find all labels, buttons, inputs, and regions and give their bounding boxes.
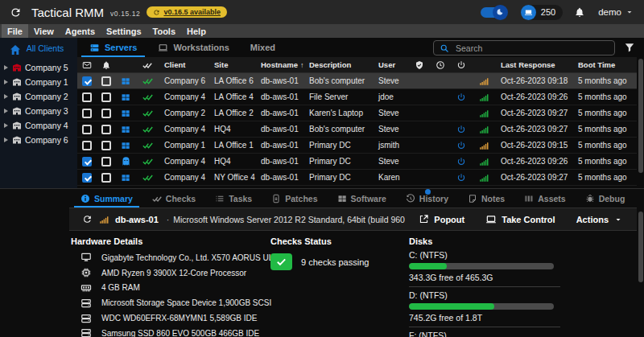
agent-row[interactable]: Company 1LA Office 1db-aws-01Primary DCj…	[77, 138, 637, 154]
text-alert-checkbox[interactable]	[101, 76, 111, 86]
sidebar-item-all-clients[interactable]: All Clients	[0, 42, 77, 60]
agent-row[interactable]: Company 2LA Office 2db-aws-01Karen's Lap…	[77, 105, 637, 121]
disk-usage-fill	[409, 263, 447, 269]
sidebar-item-company-1[interactable]: Company 1	[0, 75, 77, 89]
column-header-hostname[interactable]: Hostname↑	[256, 60, 304, 69]
popout-button[interactable]: Popout	[411, 214, 472, 224]
power-icon[interactable]	[456, 125, 466, 134]
disk-name: F: (NTFS)	[409, 331, 560, 337]
email-alert-checkbox[interactable]	[82, 92, 92, 102]
cell-agent-status	[472, 141, 496, 150]
agent-row[interactable]: Company 4HQ4db-aws-01Primary DCSteveOct-…	[77, 154, 637, 170]
text-alert-checkbox[interactable]	[101, 109, 111, 118]
expand-caret-icon[interactable]	[4, 80, 8, 84]
sidebar-item-company-6[interactable]: Company 6	[0, 133, 77, 147]
tab-mixed[interactable]: Mixed	[240, 38, 286, 57]
expand-caret-icon[interactable]	[4, 94, 8, 99]
menu-item-agents[interactable]: Agents	[60, 24, 101, 38]
text-alert-checkbox[interactable]	[101, 92, 111, 102]
tab-software[interactable]: Software	[328, 189, 396, 208]
column-header-double-check-icon[interactable]	[135, 60, 159, 70]
refresh-icon[interactable]	[10, 6, 22, 18]
cell-user: Karen	[374, 173, 409, 182]
tab-tasks[interactable]: Tasks	[205, 189, 262, 208]
text-alert-checkbox[interactable]	[101, 125, 111, 134]
expand-caret-icon[interactable]	[4, 138, 8, 142]
tab-audit[interactable]: Audit	[634, 189, 644, 208]
column-header-clock-icon[interactable]	[430, 60, 451, 70]
agent-row[interactable]: Company 4NY Office 4db-aws-01Primary DCK…	[77, 170, 637, 186]
power-icon[interactable]	[456, 157, 466, 166]
refresh-agent-icon[interactable]	[82, 214, 93, 224]
update-badge[interactable]: v0.16.5 available	[147, 6, 227, 18]
text-alert-checkbox[interactable]	[101, 157, 111, 166]
search-input[interactable]	[454, 43, 609, 54]
tab-checks[interactable]: Checks	[142, 189, 205, 208]
menu-item-file[interactable]: File	[2, 24, 28, 38]
column-header-description[interactable]: Description	[304, 60, 374, 69]
expand-caret-icon[interactable]	[4, 123, 8, 128]
tab-assets[interactable]: Assets	[514, 189, 575, 208]
client-list: Company 5Company 1Company 2Company 3Comp…	[0, 60, 77, 147]
email-alert-checkbox[interactable]	[82, 141, 92, 150]
table-scrollbar[interactable]	[638, 59, 643, 173]
table-body: Company 6LA Office 6db-aws-01Bob's compu…	[77, 73, 637, 186]
sidebar-item-company-4[interactable]: Company 4	[0, 118, 77, 133]
actions-button[interactable]: Actions	[569, 215, 630, 224]
menu-item-help[interactable]: Help	[181, 24, 212, 38]
email-alert-checkbox[interactable]	[82, 76, 92, 86]
agent-count-button[interactable]: 250	[521, 5, 563, 20]
cell-text-alert	[97, 173, 116, 183]
agent-row[interactable]: Company 4HQ4db-aws-01Bob's computerSteve…	[77, 121, 637, 138]
tab-patches[interactable]: Patches	[262, 189, 327, 208]
expand-caret-icon[interactable]	[4, 65, 8, 70]
email-alert-checkbox[interactable]	[82, 125, 92, 134]
take-control-button[interactable]: Take Control	[478, 214, 562, 225]
sidebar-item-company-3[interactable]: Company 3	[0, 104, 77, 118]
tab-summary[interactable]: Summary	[71, 189, 142, 208]
column-header-client[interactable]: Client	[159, 60, 209, 69]
power-icon[interactable]	[456, 92, 466, 102]
cell-checks-status	[135, 124, 159, 134]
column-header-bell-icon[interactable]	[97, 60, 116, 70]
notifications-bell-icon[interactable]	[574, 6, 585, 18]
email-alert-checkbox[interactable]	[82, 173, 92, 183]
column-header-signal-icon[interactable]	[472, 60, 496, 70]
tab-label: Debug	[599, 194, 625, 203]
menu-item-view[interactable]: View	[28, 24, 60, 38]
menu-item-settings[interactable]: Settings	[101, 24, 147, 38]
menu-item-tools[interactable]: Tools	[147, 24, 182, 38]
search-box	[433, 40, 615, 55]
cell-client: Company 2	[159, 109, 209, 117]
user-menu[interactable]: demo	[598, 7, 634, 17]
power-icon[interactable]	[456, 141, 466, 150]
text-alert-checkbox[interactable]	[101, 173, 111, 183]
tab-servers[interactable]: Servers	[79, 38, 147, 57]
sidebar-item-company-5[interactable]: Company 5	[0, 60, 77, 75]
expand-caret-icon[interactable]	[4, 109, 8, 113]
dark-mode-toggle[interactable]	[481, 7, 506, 18]
windows-icon	[121, 76, 130, 86]
column-header-last-response[interactable]: Last Response	[496, 60, 573, 69]
column-header-user[interactable]: User	[374, 60, 409, 69]
text-alert-checkbox[interactable]	[101, 141, 111, 150]
cell-last-response: Oct-26-2023 09:26	[496, 92, 573, 101]
tab-history[interactable]: History	[396, 189, 458, 208]
power-icon[interactable]	[456, 173, 466, 183]
sidebar-item-company-2[interactable]: Company 2	[0, 89, 77, 104]
filter-funnel-icon[interactable]	[624, 42, 635, 53]
tab-workstations[interactable]: Workstations	[147, 38, 239, 57]
detail-scrollbar[interactable]	[638, 212, 643, 282]
agent-row[interactable]: Company 6LA Office 6db-aws-01Bob's compu…	[77, 73, 637, 89]
email-alert-checkbox[interactable]	[82, 109, 92, 118]
column-header-power-icon[interactable]	[451, 60, 472, 70]
email-alert-checkbox[interactable]	[82, 157, 92, 166]
agent-row[interactable]: Company 4LA Office 4db-aws-01File Server…	[77, 89, 637, 105]
cell-description: Primary DC	[304, 173, 374, 182]
tab-notes[interactable]: Notes	[458, 189, 514, 208]
tab-debug[interactable]: Debug	[576, 189, 635, 208]
column-header-shield-check-icon[interactable]	[409, 60, 430, 70]
column-header-boot-time[interactable]: Boot Time	[573, 60, 637, 69]
column-header-site[interactable]: Site	[209, 60, 256, 69]
column-header-envelope-icon[interactable]	[77, 60, 97, 70]
